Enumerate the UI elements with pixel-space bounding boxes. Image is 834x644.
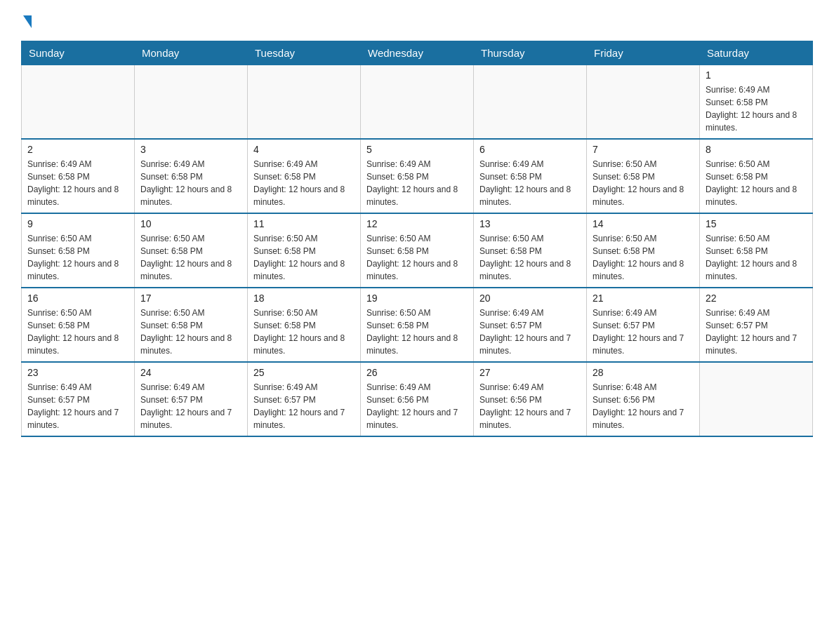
calendar-day-cell: 3Sunrise: 6:49 AM Sunset: 6:58 PM Daylig… bbox=[135, 139, 248, 213]
calendar-day-cell bbox=[474, 65, 587, 140]
day-info: Sunrise: 6:50 AM Sunset: 6:58 PM Dayligh… bbox=[27, 232, 128, 283]
day-info: Sunrise: 6:49 AM Sunset: 6:57 PM Dayligh… bbox=[27, 381, 128, 431]
day-number: 17 bbox=[140, 293, 241, 304]
day-info: Sunrise: 6:49 AM Sunset: 6:58 PM Dayligh… bbox=[706, 83, 807, 134]
day-number: 2 bbox=[27, 144, 128, 155]
day-number: 4 bbox=[253, 144, 355, 155]
calendar-day-cell: 10Sunrise: 6:50 AM Sunset: 6:58 PM Dayli… bbox=[135, 213, 248, 288]
calendar-day-cell: 26Sunrise: 6:49 AM Sunset: 6:56 PM Dayli… bbox=[361, 362, 474, 436]
day-number: 8 bbox=[706, 144, 807, 155]
day-info: Sunrise: 6:49 AM Sunset: 6:58 PM Dayligh… bbox=[479, 158, 581, 208]
calendar-day-cell bbox=[248, 65, 361, 140]
day-info: Sunrise: 6:50 AM Sunset: 6:58 PM Dayligh… bbox=[253, 307, 355, 357]
calendar-day-cell: 18Sunrise: 6:50 AM Sunset: 6:58 PM Dayli… bbox=[248, 288, 361, 362]
weekday-header: Friday bbox=[587, 41, 700, 65]
day-info: Sunrise: 6:50 AM Sunset: 6:58 PM Dayligh… bbox=[479, 232, 581, 283]
day-info: Sunrise: 6:50 AM Sunset: 6:58 PM Dayligh… bbox=[140, 232, 241, 283]
calendar-day-cell: 5Sunrise: 6:49 AM Sunset: 6:58 PM Daylig… bbox=[361, 139, 474, 213]
day-info: Sunrise: 6:50 AM Sunset: 6:58 PM Dayligh… bbox=[366, 232, 468, 283]
day-number: 13 bbox=[479, 218, 581, 229]
calendar-day-cell: 24Sunrise: 6:49 AM Sunset: 6:57 PM Dayli… bbox=[135, 362, 248, 436]
logo bbox=[21, 14, 32, 27]
day-number: 25 bbox=[253, 367, 355, 378]
day-number: 26 bbox=[366, 367, 468, 378]
calendar-day-cell: 25Sunrise: 6:49 AM Sunset: 6:57 PM Dayli… bbox=[248, 362, 361, 436]
calendar-week-row: 1Sunrise: 6:49 AM Sunset: 6:58 PM Daylig… bbox=[22, 65, 813, 140]
day-number: 24 bbox=[140, 367, 241, 378]
day-info: Sunrise: 6:50 AM Sunset: 6:58 PM Dayligh… bbox=[706, 232, 807, 283]
day-number: 11 bbox=[253, 218, 355, 229]
calendar-day-cell: 23Sunrise: 6:49 AM Sunset: 6:57 PM Dayli… bbox=[22, 362, 135, 436]
calendar-day-cell bbox=[361, 65, 474, 140]
day-number: 19 bbox=[366, 293, 468, 304]
day-info: Sunrise: 6:50 AM Sunset: 6:58 PM Dayligh… bbox=[593, 158, 694, 208]
calendar-day-cell: 15Sunrise: 6:50 AM Sunset: 6:58 PM Dayli… bbox=[700, 213, 813, 288]
calendar-day-cell: 8Sunrise: 6:50 AM Sunset: 6:58 PM Daylig… bbox=[700, 139, 813, 213]
day-number: 10 bbox=[140, 218, 241, 229]
day-number: 12 bbox=[366, 218, 468, 229]
day-info: Sunrise: 6:50 AM Sunset: 6:58 PM Dayligh… bbox=[593, 232, 694, 283]
calendar-day-cell: 13Sunrise: 6:50 AM Sunset: 6:58 PM Dayli… bbox=[474, 213, 587, 288]
day-number: 9 bbox=[27, 218, 128, 229]
day-info: Sunrise: 6:49 AM Sunset: 6:57 PM Dayligh… bbox=[140, 381, 241, 431]
logo-triangle-icon bbox=[23, 15, 32, 28]
day-info: Sunrise: 6:50 AM Sunset: 6:58 PM Dayligh… bbox=[253, 232, 355, 283]
day-number: 28 bbox=[593, 367, 694, 378]
calendar-day-cell: 2Sunrise: 6:49 AM Sunset: 6:58 PM Daylig… bbox=[22, 139, 135, 213]
day-info: Sunrise: 6:49 AM Sunset: 6:57 PM Dayligh… bbox=[479, 307, 581, 357]
day-info: Sunrise: 6:49 AM Sunset: 6:57 PM Dayligh… bbox=[253, 381, 355, 431]
day-info: Sunrise: 6:49 AM Sunset: 6:58 PM Dayligh… bbox=[253, 158, 355, 208]
day-number: 21 bbox=[593, 293, 694, 304]
calendar-day-cell: 22Sunrise: 6:49 AM Sunset: 6:57 PM Dayli… bbox=[700, 288, 813, 362]
day-info: Sunrise: 6:50 AM Sunset: 6:58 PM Dayligh… bbox=[706, 158, 807, 208]
day-number: 7 bbox=[593, 144, 694, 155]
day-info: Sunrise: 6:49 AM Sunset: 6:57 PM Dayligh… bbox=[593, 307, 694, 357]
calendar-day-cell: 19Sunrise: 6:50 AM Sunset: 6:58 PM Dayli… bbox=[361, 288, 474, 362]
calendar-week-row: 2Sunrise: 6:49 AM Sunset: 6:58 PM Daylig… bbox=[22, 139, 813, 213]
day-number: 15 bbox=[706, 218, 807, 229]
calendar-week-row: 16Sunrise: 6:50 AM Sunset: 6:58 PM Dayli… bbox=[22, 288, 813, 362]
weekday-header: Wednesday bbox=[361, 41, 474, 65]
calendar-day-cell: 12Sunrise: 6:50 AM Sunset: 6:58 PM Dayli… bbox=[361, 213, 474, 288]
day-info: Sunrise: 6:49 AM Sunset: 6:58 PM Dayligh… bbox=[27, 158, 128, 208]
calendar-day-cell: 20Sunrise: 6:49 AM Sunset: 6:57 PM Dayli… bbox=[474, 288, 587, 362]
calendar-day-cell bbox=[135, 65, 248, 140]
calendar-day-cell: 16Sunrise: 6:50 AM Sunset: 6:58 PM Dayli… bbox=[22, 288, 135, 362]
calendar-day-cell: 6Sunrise: 6:49 AM Sunset: 6:58 PM Daylig… bbox=[474, 139, 587, 213]
calendar-day-cell bbox=[587, 65, 700, 140]
calendar-day-cell: 17Sunrise: 6:50 AM Sunset: 6:58 PM Dayli… bbox=[135, 288, 248, 362]
day-number: 22 bbox=[706, 293, 807, 304]
day-number: 16 bbox=[27, 293, 128, 304]
weekday-header: Tuesday bbox=[248, 41, 361, 65]
calendar-day-cell: 27Sunrise: 6:49 AM Sunset: 6:56 PM Dayli… bbox=[474, 362, 587, 436]
weekday-header: Sunday bbox=[22, 41, 135, 65]
day-number: 3 bbox=[140, 144, 241, 155]
day-info: Sunrise: 6:49 AM Sunset: 6:56 PM Dayligh… bbox=[366, 381, 468, 431]
day-info: Sunrise: 6:49 AM Sunset: 6:58 PM Dayligh… bbox=[366, 158, 468, 208]
calendar-week-row: 9Sunrise: 6:50 AM Sunset: 6:58 PM Daylig… bbox=[22, 213, 813, 288]
calendar-table: SundayMondayTuesdayWednesdayThursdayFrid… bbox=[21, 41, 813, 437]
calendar-day-cell bbox=[22, 65, 135, 140]
day-info: Sunrise: 6:49 AM Sunset: 6:56 PM Dayligh… bbox=[479, 381, 581, 431]
weekday-header: Saturday bbox=[700, 41, 813, 65]
calendar-day-cell: 7Sunrise: 6:50 AM Sunset: 6:58 PM Daylig… bbox=[587, 139, 700, 213]
calendar-day-cell: 28Sunrise: 6:48 AM Sunset: 6:56 PM Dayli… bbox=[587, 362, 700, 436]
day-info: Sunrise: 6:49 AM Sunset: 6:58 PM Dayligh… bbox=[140, 158, 241, 208]
day-number: 23 bbox=[27, 367, 128, 378]
day-info: Sunrise: 6:49 AM Sunset: 6:57 PM Dayligh… bbox=[706, 307, 807, 357]
calendar-day-cell: 21Sunrise: 6:49 AM Sunset: 6:57 PM Dayli… bbox=[587, 288, 700, 362]
page-header bbox=[21, 14, 813, 27]
day-info: Sunrise: 6:50 AM Sunset: 6:58 PM Dayligh… bbox=[366, 307, 468, 357]
calendar-day-cell bbox=[700, 362, 813, 436]
weekday-header: Thursday bbox=[474, 41, 587, 65]
weekday-header: Monday bbox=[135, 41, 248, 65]
day-number: 1 bbox=[706, 69, 807, 81]
calendar-header-row: SundayMondayTuesdayWednesdayThursdayFrid… bbox=[22, 41, 813, 65]
calendar-week-row: 23Sunrise: 6:49 AM Sunset: 6:57 PM Dayli… bbox=[22, 362, 813, 436]
day-info: Sunrise: 6:50 AM Sunset: 6:58 PM Dayligh… bbox=[140, 307, 241, 357]
day-number: 20 bbox=[479, 293, 581, 304]
day-info: Sunrise: 6:50 AM Sunset: 6:58 PM Dayligh… bbox=[27, 307, 128, 357]
day-number: 6 bbox=[479, 144, 581, 155]
calendar-day-cell: 14Sunrise: 6:50 AM Sunset: 6:58 PM Dayli… bbox=[587, 213, 700, 288]
calendar-day-cell: 4Sunrise: 6:49 AM Sunset: 6:58 PM Daylig… bbox=[248, 139, 361, 213]
